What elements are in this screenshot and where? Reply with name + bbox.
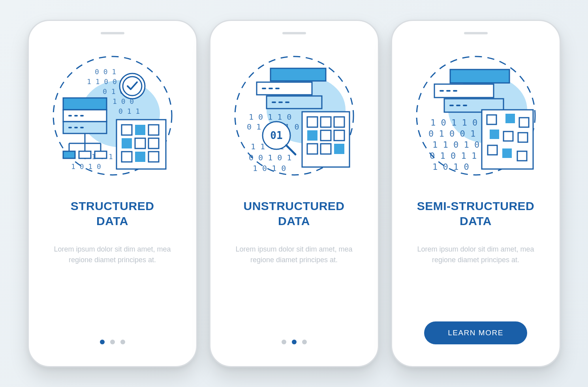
svg-rect-11 xyxy=(63,98,107,110)
unstructured-data-icon: 1 0 1 1 0 0 1 0 0 1 0 1 1 0 1 0 0 1 0 1 … xyxy=(222,45,366,187)
semi-structured-data-icon: 1 0 1 1 0 0 1 0 0 1 1 1 0 1 0 0 1 0 1 1 … xyxy=(404,45,548,187)
svg-rect-85 xyxy=(505,114,515,123)
svg-rect-26 xyxy=(79,151,91,158)
svg-rect-91 xyxy=(502,148,512,158)
svg-rect-64 xyxy=(307,144,317,154)
svg-rect-30 xyxy=(135,125,145,135)
svg-rect-90 xyxy=(488,145,497,155)
svg-rect-25 xyxy=(63,151,75,158)
svg-rect-29 xyxy=(122,125,132,135)
screen-description: Lorem ipsum dolor sit dim amet, mea regi… xyxy=(222,244,366,265)
page-dot-2[interactable] xyxy=(110,340,115,344)
svg-text:0 0 1: 0 0 1 xyxy=(95,68,116,76)
onboarding-stage: 0 0 1 1 1 0 0 0 1 0 1 0 0 0 1 1 1 0 1 0 … xyxy=(28,20,561,367)
screen-title: SEMI-STRUCTURED DATA xyxy=(404,199,548,228)
svg-rect-87 xyxy=(490,130,499,139)
svg-rect-58 xyxy=(307,117,317,127)
svg-text:1 0 1 0: 1 0 1 0 xyxy=(432,162,469,172)
svg-text:0 1 0 1 1: 0 1 0 1 1 xyxy=(430,151,477,161)
svg-rect-84 xyxy=(487,115,496,124)
svg-text:1 1 0 1 0: 1 1 0 1 0 xyxy=(432,140,479,150)
svg-text:1 0 1 1 0: 1 0 1 1 0 xyxy=(430,118,477,128)
svg-rect-62 xyxy=(321,130,331,141)
svg-rect-40 xyxy=(271,68,326,81)
svg-rect-88 xyxy=(503,132,513,141)
page-dot-2[interactable] xyxy=(292,340,297,344)
svg-text:1 0 1 0: 1 0 1 0 xyxy=(253,163,286,173)
svg-point-9 xyxy=(120,73,145,99)
svg-rect-65 xyxy=(321,144,331,154)
svg-text:0 1 1: 0 1 1 xyxy=(118,107,140,115)
svg-text:0 1 0 0 1: 0 1 0 0 1 xyxy=(428,129,475,139)
svg-rect-63 xyxy=(334,130,344,141)
phone-mockup-unstructured: 1 0 1 1 0 0 1 0 0 1 0 1 1 0 1 0 0 1 0 1 … xyxy=(209,20,379,367)
page-dot-3[interactable] xyxy=(302,340,307,344)
svg-rect-60 xyxy=(334,117,344,127)
pagination-dots xyxy=(282,340,307,344)
svg-rect-66 xyxy=(334,144,344,154)
screen-title: STRUCTURED DATA xyxy=(41,199,184,228)
svg-rect-37 xyxy=(148,152,159,162)
svg-rect-92 xyxy=(517,151,527,161)
page-dot-3[interactable] xyxy=(120,340,125,344)
svg-rect-34 xyxy=(148,138,159,148)
svg-text:1 0 1 1 0: 1 0 1 1 0 xyxy=(249,112,291,122)
phone-mockup-structured: 0 0 1 1 1 0 0 0 1 0 1 0 0 0 1 1 1 0 1 0 … xyxy=(28,20,197,367)
svg-rect-69 xyxy=(450,70,509,83)
svg-rect-33 xyxy=(135,138,145,148)
svg-rect-59 xyxy=(321,117,331,127)
learn-more-button[interactable]: LEARN MORE xyxy=(424,321,527,344)
svg-rect-61 xyxy=(307,130,317,141)
svg-text:01: 01 xyxy=(270,130,282,141)
svg-rect-89 xyxy=(518,133,528,142)
svg-rect-86 xyxy=(519,118,529,127)
svg-rect-31 xyxy=(148,125,159,135)
svg-rect-27 xyxy=(95,151,107,158)
structured-data-icon: 0 0 1 1 1 0 0 0 1 0 1 0 0 0 1 1 1 0 1 0 … xyxy=(41,45,184,187)
svg-rect-35 xyxy=(122,152,132,162)
page-dot-1[interactable] xyxy=(282,340,286,344)
screen-title: UNSTRUCTURED DATA xyxy=(222,199,366,228)
svg-text:1 1 0 0: 1 1 0 0 xyxy=(87,77,117,86)
svg-text:0 0 1 0 1: 0 0 1 0 1 xyxy=(249,153,291,162)
svg-rect-36 xyxy=(135,152,145,162)
screen-description: Lorem ipsum dolor sit dim amet, mea regi… xyxy=(41,244,184,265)
page-dot-1[interactable] xyxy=(100,340,105,344)
pagination-dots xyxy=(100,340,125,344)
screen-description: Lorem ipsum dolor sit dim amet, mea regi… xyxy=(404,244,548,265)
svg-text:1 0 1 0: 1 0 1 0 xyxy=(71,162,101,171)
svg-rect-32 xyxy=(122,138,132,148)
phone-mockup-semi-structured: 1 0 1 1 0 0 1 0 0 1 1 1 0 1 0 0 1 0 1 1 … xyxy=(391,20,561,367)
